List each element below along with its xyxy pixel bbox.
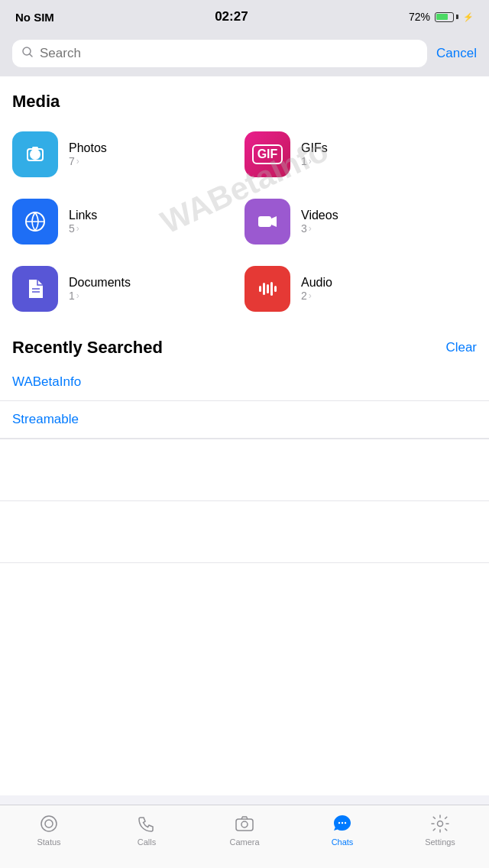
videos-info: Videos 3 › <box>301 209 338 235</box>
status-tab-label: Status <box>37 837 60 847</box>
empty-space-1 <box>0 439 489 500</box>
photos-count: 7 › <box>69 155 107 167</box>
media-item-videos[interactable]: Videos 3 › <box>244 188 477 255</box>
calls-tab-label: Calls <box>138 837 156 847</box>
svg-point-21 <box>342 822 343 824</box>
photos-icon <box>12 131 58 177</box>
audio-count: 2 › <box>301 290 332 302</box>
chats-tab-label: Chats <box>332 837 354 847</box>
documents-label: Documents <box>69 276 131 290</box>
svg-line-1 <box>30 54 33 57</box>
search-input-wrapper[interactable] <box>12 40 427 67</box>
audio-info: Audio 2 › <box>301 276 332 302</box>
tab-item-settings[interactable]: Settings <box>391 813 489 847</box>
tab-item-camera[interactable]: Camera <box>196 813 293 847</box>
media-item-gifs[interactable]: GIF GIFs 1 › <box>244 121 477 188</box>
search-bar-container: Cancel <box>0 34 489 76</box>
svg-rect-13 <box>267 284 269 293</box>
svg-point-17 <box>45 820 53 828</box>
svg-rect-14 <box>270 282 273 296</box>
gifs-count: 1 › <box>301 155 328 167</box>
videos-label: Videos <box>301 209 338 222</box>
time-label: 02:27 <box>215 9 248 24</box>
videos-count: 3 › <box>301 222 338 235</box>
gifs-label: GIFs <box>301 141 328 155</box>
svg-point-20 <box>338 822 340 824</box>
media-section-title: Media <box>0 76 489 121</box>
gifs-info: GIFs 1 › <box>301 141 328 167</box>
svg-rect-12 <box>263 283 265 295</box>
gifs-icon: GIF <box>244 131 290 177</box>
clear-button[interactable]: Clear <box>445 340 477 355</box>
svg-marker-8 <box>271 216 277 227</box>
camera-tab-label: Camera <box>229 837 259 847</box>
charging-bolt-icon: ⚡ <box>463 12 474 22</box>
documents-icon <box>12 266 58 312</box>
recently-searched-title: Recently Searched <box>12 338 163 358</box>
divider-3 <box>0 562 489 563</box>
svg-rect-7 <box>258 216 271 227</box>
svg-rect-4 <box>32 147 38 150</box>
svg-rect-11 <box>259 286 261 292</box>
documents-count: 1 › <box>69 290 131 302</box>
svg-point-23 <box>438 821 443 827</box>
media-item-links[interactable]: Links 5 › <box>12 188 244 255</box>
audio-label: Audio <box>301 276 332 290</box>
battery-percent: 72% <box>409 11 430 23</box>
main-content: WABetaInfo Media Photos 7 › GIF GIFs 1 › <box>0 76 489 795</box>
empty-space-2 <box>0 501 489 562</box>
svg-point-16 <box>41 816 57 831</box>
photos-label: Photos <box>69 141 107 155</box>
documents-info: Documents 1 › <box>69 276 131 302</box>
status-right: 72% ⚡ <box>409 11 474 23</box>
status-bar: No SIM 02:27 72% ⚡ <box>0 0 489 34</box>
camera-tab-icon <box>234 813 255 834</box>
photos-info: Photos 7 › <box>69 141 107 167</box>
recent-search-streamable[interactable]: Streamable <box>0 401 489 439</box>
media-item-documents[interactable]: Documents 1 › <box>12 255 244 322</box>
media-item-audio[interactable]: Audio 2 › <box>244 255 477 322</box>
recent-search-wabetainfo[interactable]: WABetaInfo <box>0 364 489 401</box>
links-info: Links 5 › <box>69 209 97 235</box>
recently-searched-header: Recently Searched Clear <box>0 322 489 364</box>
audio-icon <box>244 266 290 312</box>
links-count: 5 › <box>69 222 97 235</box>
svg-point-22 <box>345 822 346 824</box>
media-item-photos[interactable]: Photos 7 › <box>12 121 244 188</box>
tab-bar: Status Calls Camera Chats Setting <box>0 805 489 868</box>
search-icon <box>21 46 34 61</box>
videos-icon <box>244 199 290 245</box>
calls-tab-icon <box>136 813 157 834</box>
cancel-button[interactable]: Cancel <box>436 46 477 61</box>
links-icon <box>12 199 58 245</box>
battery-icon <box>435 12 458 22</box>
chats-tab-icon <box>332 813 353 834</box>
tab-item-chats[interactable]: Chats <box>293 813 391 847</box>
links-label: Links <box>69 209 97 222</box>
tab-item-status[interactable]: Status <box>0 813 98 847</box>
media-grid: Photos 7 › GIF GIFs 1 › Links 5 › <box>0 121 489 322</box>
settings-tab-label: Settings <box>425 837 455 847</box>
carrier-label: No SIM <box>15 11 54 24</box>
svg-point-19 <box>241 821 248 828</box>
svg-point-2 <box>30 149 40 160</box>
svg-rect-15 <box>274 286 277 292</box>
search-input[interactable] <box>40 46 418 61</box>
tab-item-calls[interactable]: Calls <box>98 813 196 847</box>
status-tab-icon <box>38 813 60 834</box>
settings-tab-icon <box>429 813 451 834</box>
